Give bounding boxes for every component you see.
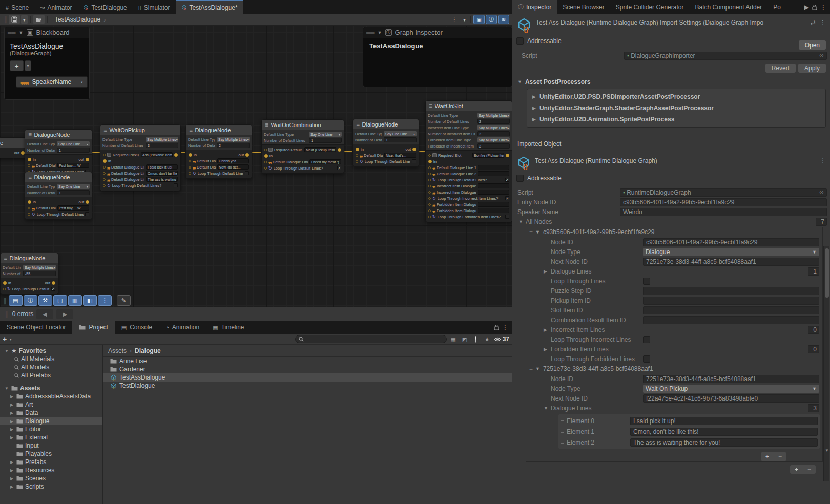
breadcrumb-root[interactable]: Assets [108, 347, 127, 354]
node-text-field[interactable]: Ohhhh yea... [217, 158, 249, 163]
node-checkbox[interactable] [85, 212, 89, 216]
node-checkbox[interactable]: ✓ [505, 196, 509, 200]
object-reference-field[interactable]: Bonfire (Pickup Item [472, 153, 504, 158]
node-text-field[interactable]: I need my meat :) [309, 159, 341, 164]
out-port-icon[interactable] [52, 281, 55, 285]
element-field[interactable]: Cmon, don't be like this! [630, 428, 818, 436]
hidden-count[interactable]: 37 [494, 335, 509, 343]
apply-button[interactable]: Apply [798, 64, 826, 73]
property-dropdown[interactable]: Say One Line▾ [57, 141, 90, 146]
graph-kebab-menu[interactable]: ⋮ [449, 15, 460, 24]
save-button[interactable] [9, 15, 20, 24]
node-text-field[interactable] [478, 208, 509, 213]
property-field[interactable] [643, 287, 819, 295]
in-port-icon[interactable] [3, 281, 7, 285]
expand-arrow-icon[interactable]: ▶ [9, 476, 14, 481]
graph-inspector-header[interactable]: ══ ▼ ⓘ Graph Inspector [363, 27, 512, 38]
property-checkbox[interactable] [643, 336, 650, 343]
property-field[interactable] [643, 316, 819, 324]
node-title[interactable]: ≣DialogueNode [1, 253, 58, 263]
object-picker-icon[interactable]: ⊙ [819, 52, 824, 59]
prev-error-button[interactable]: ◀ [36, 309, 53, 319]
console-icon[interactable]: ▤ [9, 295, 23, 306]
drag-handle-icon[interactable]: = [561, 417, 564, 425]
expand-arrow-icon[interactable]: ▶ [532, 117, 536, 122]
node-checkbox[interactable] [174, 183, 178, 187]
line-port-icon[interactable] [428, 185, 431, 187]
line-port-icon[interactable] [103, 166, 106, 169]
array-add-remove-buttons[interactable]: +− [790, 465, 816, 474]
element-field[interactable]: I said pick it up! [630, 417, 818, 425]
graph-node-dialoguenode[interactable]: ≣DialogueNodeDefault Line TypeSay One Li… [352, 119, 419, 167]
object-picker-icon[interactable]: ⊙ [819, 189, 824, 196]
line-port-icon[interactable] [28, 207, 30, 209]
tree-folder-addressableassetsdata[interactable]: ▶AddressableAssetsData [0, 392, 102, 401]
drag-handle-icon[interactable]: = [529, 365, 532, 372]
script-field[interactable]: ▪ DialogueGraphImporter ⊙ [624, 52, 827, 60]
output-port[interactable]: out [45, 281, 55, 285]
out-port-icon[interactable] [21, 151, 25, 155]
node-text-field[interactable] [478, 202, 509, 207]
out-port-icon[interactable] [412, 148, 416, 151]
input-port[interactable]: in [28, 200, 36, 204]
tab-timeline[interactable]: ▦Timeline [206, 321, 251, 334]
in-port-icon[interactable] [189, 153, 192, 157]
line-port-icon[interactable] [428, 209, 431, 212]
node-checkbox[interactable] [505, 215, 509, 219]
graph-node-waitonslot[interactable]: ≣WaitOnSlotDefault Line TypeSay Multiple… [425, 100, 512, 222]
toolbar-grip[interactable]: ║ [2, 298, 8, 304]
property-dropdown[interactable]: Say One Line▾ [384, 131, 417, 136]
expand-arrow-icon[interactable]: ▶ [532, 94, 536, 99]
expand-arrow-icon[interactable]: ▶ [9, 394, 14, 399]
expand-variable-icon[interactable]: ‹ [81, 79, 83, 85]
save-search-star-icon[interactable]: ★ [483, 335, 492, 343]
property-dropdown[interactable]: Say Multiple Lines▾ [477, 113, 510, 118]
line-port-icon[interactable] [428, 191, 431, 194]
drag-handle-icon[interactable]: = [561, 439, 564, 446]
tree-folder-dialogue[interactable]: ▶Dialogue [0, 417, 102, 425]
in-port-icon[interactable] [28, 200, 31, 204]
expand-arrow-icon[interactable]: ▶ [9, 411, 14, 415]
tree-item-all-models[interactable]: All Models [0, 363, 102, 371]
input-port[interactable]: in [428, 159, 437, 164]
expand-arrow-icon[interactable]: ▶ [9, 403, 14, 407]
tree-folder-editor[interactable]: ▶Editor [0, 425, 102, 433]
out-port-icon[interactable] [86, 200, 89, 204]
graph-edge[interactable] [344, 151, 352, 152]
input-port[interactable]: in [189, 153, 197, 157]
node-text-field[interactable] [478, 171, 509, 176]
search-by-label-icon[interactable]: ❕ [471, 335, 481, 343]
property-field[interactable]: 1 [57, 190, 90, 195]
line-port-icon[interactable] [428, 173, 431, 175]
toolbar-grip[interactable]: ║ [2, 16, 8, 23]
out-port-icon[interactable] [245, 153, 249, 157]
foldout-arrow-icon[interactable]: ▼ [544, 406, 549, 411]
graph-inspector-panel[interactable]: ══ ▼ ⓘ Graph Inspector TestAssDialogue [363, 27, 512, 87]
property-checkbox[interactable] [643, 355, 650, 363]
save-as-button[interactable]: ↘ [33, 15, 45, 24]
line-port-icon[interactable] [428, 179, 431, 181]
node-title[interactable]: ≣WaitOnCombination [262, 120, 344, 130]
output-port[interactable]: out [406, 147, 416, 152]
node-group-header[interactable]: =▼c93b5606-401f-49a2-99b5-9ecbf1fa9c29 [526, 227, 822, 237]
graph-node-waitoncombination[interactable]: ≣WaitOnCombinationDefault Line TypeSay O… [261, 119, 344, 174]
line-port-icon[interactable] [428, 203, 431, 206]
array-size-field[interactable]: 0 [808, 326, 819, 334]
array-size-field[interactable]: 1 [808, 267, 819, 276]
node-text-field[interactable]: Psst boy,... W [57, 205, 89, 211]
line-port-icon[interactable] [428, 216, 431, 218]
object-reference-field[interactable]: Ass (Pickable Item Data) [141, 152, 173, 157]
breadcrumb-current[interactable]: Dialogue [135, 347, 161, 354]
node-checkbox[interactable]: ✓ [505, 178, 509, 182]
project-search-input[interactable] [295, 335, 447, 343]
foldout-arrow-icon[interactable]: ▼ [4, 349, 9, 353]
postprocessor-item[interactable]: ▶UnityEditor.U2D.PSD.PSDImporterAssetPos… [527, 91, 825, 102]
create-asset-dropdown[interactable]: ▼ [9, 338, 12, 341]
tree-item-all-prefabs[interactable]: All Prefabs [0, 371, 102, 380]
foldout-arrow-icon[interactable]: ▼ [535, 366, 540, 371]
drag-handle-icon[interactable]: ══ [366, 30, 375, 36]
next-error-button[interactable]: ▶ [56, 309, 73, 319]
addressable-checkbox[interactable] [516, 37, 524, 45]
toggle-info-icon[interactable]: ⓘ [486, 15, 497, 24]
kebab-icon[interactable]: ⋮ [820, 17, 826, 26]
